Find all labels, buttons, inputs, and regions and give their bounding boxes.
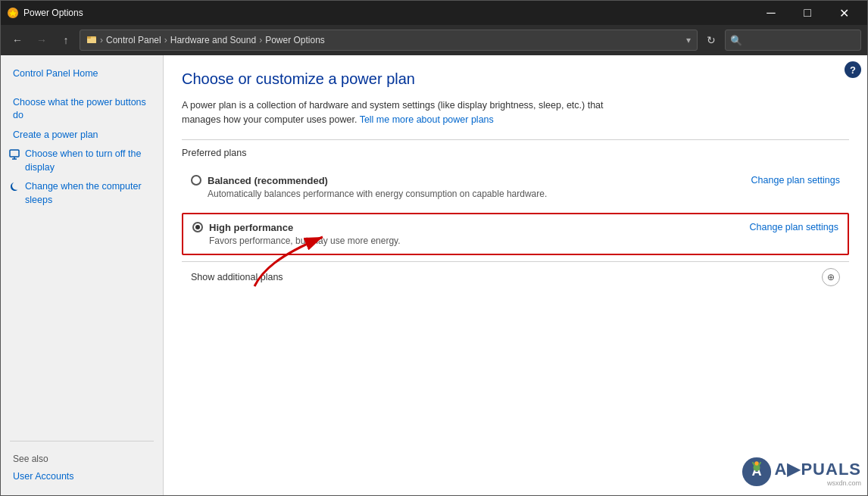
sidebar-item-turn-off-display-label: Choose when to turn off the display [25, 148, 155, 174]
high-performance-plan-left: High performance Favors performance, but… [192, 222, 401, 246]
sidebar-item-turn-off-display[interactable]: Choose when to turn off the display [1, 145, 163, 177]
title-bar: Power Options ─ □ ✕ [1, 1, 867, 25]
window-icon [7, 7, 19, 19]
path-icon [86, 34, 97, 47]
high-performance-change-plan-link[interactable]: Change plan settings [750, 222, 838, 232]
sleep-icon [8, 181, 20, 193]
refresh-button[interactable]: ↻ [701, 30, 722, 51]
path-control-panel: Control Panel [106, 35, 161, 45]
main-window: Power Options ─ □ ✕ ← → ↑ › Control Pane… [0, 0, 868, 496]
section-label: Preferred plans [182, 148, 849, 158]
additional-plans-label: Show additional plans [191, 272, 283, 282]
balanced-change-plan-link[interactable]: Change plan settings [751, 175, 840, 186]
page-title: Choose or customize a power plan [182, 70, 849, 88]
high-performance-plan-name-row: High performance [192, 222, 401, 233]
maximize-button[interactable]: □ [790, 1, 825, 25]
sidebar-divider [10, 441, 154, 441]
see-also-label: See also [1, 448, 163, 467]
high-performance-plan-item: High performance Favors performance, but… [182, 213, 849, 255]
watermark-text: A▶PUALS [775, 460, 861, 479]
watermark: A A▶PUALS wsxdn.com [742, 457, 861, 489]
section-divider [182, 139, 849, 140]
minimize-button[interactable]: ─ [754, 1, 788, 25]
close-button[interactable]: ✕ [826, 1, 861, 25]
svg-rect-3 [87, 38, 96, 43]
watermark-sub: wsxdn.com [775, 479, 861, 487]
svg-point-12 [754, 461, 758, 465]
watermark-logo: A [742, 457, 772, 487]
main-area: Control Panel Home Choose what the power… [1, 55, 867, 495]
address-path[interactable]: › Control Panel › Hardware and Sound › P… [80, 30, 698, 51]
more-about-power-plans-link[interactable]: Tell me more about power plans [360, 114, 494, 125]
window-controls: ─ □ ✕ [754, 1, 861, 25]
balanced-plan-desc: Automatically balances performance with … [208, 189, 547, 199]
balanced-plan-name-row: Balanced (recommended) [191, 175, 547, 186]
sidebar-item-computer-sleeps-label: Change when the computer sleeps [25, 180, 155, 207]
radio-dot [195, 225, 200, 229]
expand-icon: ⊕ [822, 268, 840, 286]
high-performance-plan-name: High performance [209, 222, 293, 233]
sidebar-item-power-buttons[interactable]: Choose what the power buttons do [1, 93, 163, 126]
forward-button[interactable]: → [31, 30, 52, 51]
additional-plans-row[interactable]: Show additional plans ⊕ [182, 261, 849, 292]
high-performance-plan-desc: Favors performance, but may use more ene… [209, 236, 401, 246]
sidebar-item-user-accounts[interactable]: User Accounts [1, 467, 163, 487]
back-button[interactable]: ← [7, 30, 28, 51]
sidebar: Control Panel Home Choose what the power… [1, 55, 164, 495]
svg-rect-4 [87, 36, 91, 39]
path-hardware-sound: Hardware and Sound [170, 35, 256, 45]
address-bar: ← → ↑ › Control Panel › Hardware and Sou… [1, 25, 867, 55]
balanced-plan-left: Balanced (recommended) Automatically bal… [191, 175, 547, 199]
search-box[interactable]: 🔍 [725, 30, 861, 51]
path-power-options: Power Options [265, 35, 325, 45]
svg-rect-5 [10, 150, 19, 157]
help-button[interactable]: ? [845, 61, 861, 78]
balanced-plan-name: Balanced (recommended) [208, 175, 328, 186]
content-panel: ? Choose or customize a power plan A pow… [164, 55, 867, 495]
monitor-icon [8, 148, 20, 161]
sidebar-item-home[interactable]: Control Panel Home [1, 64, 163, 84]
window-title: Power Options [23, 8, 754, 18]
balanced-plan-item: Balanced (recommended) Automatically bal… [182, 167, 849, 207]
high-performance-radio[interactable] [192, 222, 203, 232]
sidebar-item-create-plan[interactable]: Create a power plan [1, 126, 163, 145]
balanced-radio[interactable] [191, 175, 201, 186]
description-text: A power plan is a collection of hardware… [182, 98, 636, 127]
sidebar-item-computer-sleeps[interactable]: Change when the computer sleeps [1, 177, 163, 210]
up-button[interactable]: ↑ [55, 30, 76, 51]
search-icon: 🔍 [730, 35, 742, 46]
path-dropdown-icon: ▾ [686, 35, 691, 45]
